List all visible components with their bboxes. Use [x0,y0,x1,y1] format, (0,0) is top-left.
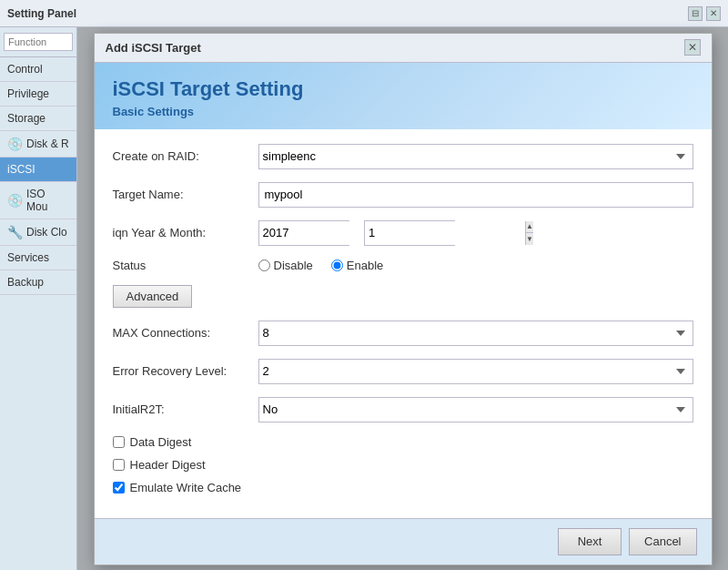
iqn-month-up-button[interactable]: ▲ [526,221,533,234]
max-connections-row: MAX Connections: 8 [113,321,693,346]
dialog-header-subtitle: Basic Settings [113,105,693,118]
status-label: Status [113,259,258,272]
iqn-row: iqn Year & Month: ▲ ▼ : [113,220,693,246]
title-bar: Setting Panel ⊟ ✕ [0,0,728,27]
data-digest-row: Data Digest [113,435,693,449]
services-label: Services [7,251,49,264]
main-content: Add iSCSI Target ✕ iSCSI Target Setting … [77,27,728,570]
sidebar-item-disk-r[interactable]: 💿 Disk & R [0,131,76,158]
status-disable-radio[interactable] [258,260,270,271]
emulate-write-cache-checkbox[interactable] [113,482,125,494]
iscsi-label: iSCSI [7,163,35,176]
create-on-raid-control: simpleenc [258,144,693,169]
app-title: Setting Panel [7,7,76,20]
setting-panel: Setting Panel ⊟ ✕ Control Privilege Stor… [0,0,728,570]
sidebar: Control Privilege Storage 💿 Disk & R iSC… [0,27,77,570]
dialog-header: iSCSI Target Setting Basic Settings [95,63,712,129]
emulate-write-cache-label: Emulate Write Cache [130,481,242,494]
disk-clo-label: Disk Clo [26,226,67,239]
dialog-header-title: iSCSI Target Setting [113,77,693,101]
iso-mou-label: ISO Mou [26,188,69,213]
sidebar-item-disk-clo[interactable]: 🔧 Disk Clo [0,219,76,246]
target-name-control [258,182,693,208]
status-enable-radio[interactable] [331,260,343,271]
error-recovery-label: Error Recovery Level: [113,364,258,378]
sidebar-item-control[interactable]: Control [0,57,76,82]
dialog-body: Create on RAID: simpleenc Target Name: [95,129,712,518]
dialog: Add iSCSI Target ✕ iSCSI Target Setting … [94,33,713,565]
max-connections-label: MAX Connections: [113,326,258,340]
initial-r2t-label: InitialR2T: [113,402,258,416]
minimize-button[interactable]: ⊟ [688,6,703,21]
title-bar-controls: ⊟ ✕ [688,6,721,21]
dialog-title-bar: Add iSCSI Target ✕ [95,34,712,63]
initial-r2t-control: No Yes [258,397,693,422]
status-enable-label: Enable [347,259,383,272]
initial-r2t-select[interactable]: No Yes [258,397,693,422]
status-row: Status Disable Enable [113,259,693,272]
data-digest-label: Data Digest [130,435,192,449]
advanced-button[interactable]: Advanced [113,285,193,308]
status-control: Disable Enable [258,259,693,272]
status-enable-option[interactable]: Enable [331,259,383,272]
sidebar-item-iscsi[interactable]: iSCSI [0,158,76,182]
dialog-footer: Next Cancel [95,518,712,565]
iqn-month-down-button[interactable]: ▼ [526,233,533,245]
sidebar-item-privilege[interactable]: Privilege [0,82,76,107]
iqn-control: ▲ ▼ : ▲ ▼ [258,220,693,246]
cancel-button[interactable]: Cancel [629,528,696,555]
search-input[interactable] [4,33,73,51]
create-on-raid-label: Create on RAID: [113,149,258,163]
disk-icon: 💿 [7,137,23,151]
sidebar-item-iso-mou[interactable]: 💿 ISO Mou [0,182,76,219]
emulate-write-cache-row: Emulate Write Cache [113,481,693,494]
advanced-section: MAX Connections: 8 Error Recovery Level: [113,321,693,494]
data-digest-checkbox[interactable] [113,436,125,448]
create-on-raid-row: Create on RAID: simpleenc [113,144,693,169]
sidebar-item-storage[interactable]: Storage [0,107,76,131]
dialog-title: Add iSCSI Target [106,41,201,55]
status-disable-label: Disable [274,259,313,272]
iqn-month-spinner: ▲ ▼ [364,220,455,246]
iqn-year-spinner: ▲ ▼ [258,220,349,246]
error-recovery-row: Error Recovery Level: 2 [113,359,693,384]
header-digest-row: Header Digest [113,458,693,472]
next-button[interactable]: Next [558,528,622,555]
header-digest-label: Header Digest [130,458,206,472]
close-app-button[interactable]: ✕ [706,6,721,21]
create-on-raid-select[interactable]: simpleenc [258,144,693,169]
privilege-label: Privilege [7,87,49,100]
search-bar [0,27,76,57]
iqn-month-input[interactable] [365,221,525,245]
modal-overlay: Add iSCSI Target ✕ iSCSI Target Setting … [77,27,728,570]
iqn-label: iqn Year & Month: [113,226,258,239]
error-recovery-select[interactable]: 2 [258,359,693,384]
target-name-label: Target Name: [113,188,258,201]
initial-r2t-row: InitialR2T: No Yes [113,397,693,422]
sidebar-item-services[interactable]: Services [0,246,76,270]
backup-label: Backup [7,276,44,289]
dialog-close-button[interactable]: ✕ [684,39,701,56]
target-name-input[interactable] [258,182,693,208]
status-disable-option[interactable]: Disable [258,259,313,272]
disk-r-label: Disk & R [26,137,69,150]
iqn-month-spinner-buttons: ▲ ▼ [525,221,533,245]
iso-icon: 💿 [7,193,23,208]
error-recovery-control: 2 [258,359,693,384]
header-digest-checkbox[interactable] [113,459,125,471]
target-name-row: Target Name: [113,182,693,208]
control-label: Control [7,63,43,76]
max-connections-control: 8 [258,321,693,346]
max-connections-select[interactable]: 8 [258,321,693,346]
sidebar-item-backup[interactable]: Backup [0,270,76,295]
disk-clo-icon: 🔧 [7,225,23,239]
storage-label: Storage [7,112,46,125]
